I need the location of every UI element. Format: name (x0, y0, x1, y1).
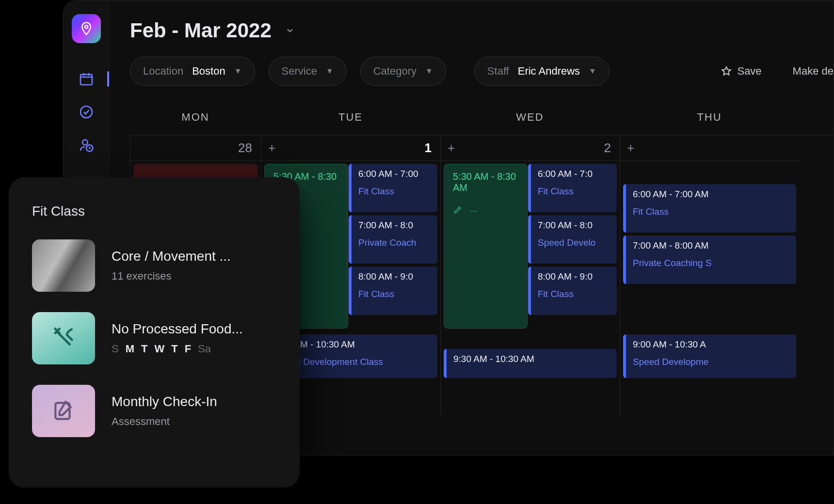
popover-title: Fit Class (32, 204, 276, 219)
popover-item-habit[interactable]: No Processed Food... SMTWTFSa (32, 312, 276, 364)
event-column: 6:00 AM - 7:00Fit Class 7:00 AM - 8:0Pri… (349, 164, 437, 315)
event-slot[interactable]: 8:00 AM - 9:0Fit Class (528, 267, 617, 315)
day-indicator: T (141, 343, 147, 355)
filter-category-label: Category (373, 65, 417, 78)
event-slot[interactable]: 9:00 AM - 10:30 ASpeed Developme (623, 334, 796, 378)
save-button[interactable]: Save (721, 65, 761, 78)
day-indicator: F (185, 343, 191, 355)
day-number: 1 (425, 141, 432, 156)
user-clock-icon (79, 137, 94, 153)
filter-category[interactable]: Category ▼ (360, 57, 446, 86)
save-button-label: Save (737, 65, 761, 78)
event-slot[interactable]: 9:30 AM - 10:30 AM (444, 349, 617, 378)
filter-staff-value: Eric Andrews (518, 65, 580, 78)
day-header-mon: MON (130, 105, 261, 135)
filter-location[interactable]: Location Boston ▼ (130, 57, 255, 86)
svg-rect-1 (80, 75, 92, 85)
chevron-down-icon: ▼ (589, 67, 596, 76)
filter-location-label: Location (143, 65, 183, 78)
day-header-thu: THU (620, 105, 799, 135)
chevron-down-icon[interactable] (285, 26, 295, 35)
sidebar-item-tasks[interactable] (64, 95, 109, 128)
filter-staff-label: Staff (487, 65, 509, 78)
sidebar-item-calendar[interactable] (64, 63, 109, 95)
svg-point-2 (80, 106, 92, 118)
chevron-down-icon: ▼ (234, 67, 242, 76)
event-column: 6:00 AM - 7:00 AMFit Class 7:00 AM - 8:0… (623, 184, 796, 284)
day-indicator: Sa (198, 343, 211, 355)
more-icon[interactable]: ··· (469, 205, 478, 216)
popover-item-title: Monthly Check-In (112, 394, 217, 410)
calendar-icon (79, 71, 94, 87)
popover-item-subtitle: 11 exercises (112, 270, 231, 283)
plus-icon[interactable]: + (627, 141, 634, 156)
filter-service-label: Service (282, 65, 317, 78)
filter-service[interactable]: Service ▼ (269, 57, 347, 86)
thumbnail-photo (32, 239, 95, 292)
edit-note-icon (51, 399, 76, 423)
utensils-icon (50, 325, 77, 352)
event-slot[interactable]: 7:00 AM - 8:0Private Coach (349, 215, 437, 264)
event-time: 5:30 AM - 8:30 AM (453, 171, 518, 193)
day-indicator: M (126, 343, 134, 355)
plus-icon[interactable]: + (448, 141, 455, 156)
fit-class-popover: Fit Class Core / Movement ... 11 exercis… (9, 177, 300, 488)
chevron-down-icon: ▼ (326, 67, 334, 76)
day-indicator: W (154, 343, 164, 355)
popover-item-subtitle: Assessment (112, 415, 217, 428)
sidebar-item-clients[interactable] (64, 128, 109, 161)
day-header-wed: WED (440, 105, 620, 135)
plus-icon[interactable]: + (268, 141, 275, 156)
day-indicator: T (171, 343, 177, 355)
svg-point-3 (82, 140, 88, 145)
popover-item-assessment[interactable]: Monthly Check-In Assessment (32, 385, 276, 437)
day-cell-thu: + 6:00 AM - 7:00 AMFit Class 7:00 AM - 8… (620, 136, 799, 417)
event-slot[interactable]: 6:00 AM - 7:00 AMFit Class (623, 184, 796, 233)
thumbnail-assessment (32, 385, 95, 437)
filter-location-value: Boston (192, 65, 225, 78)
pencil-icon[interactable] (453, 205, 463, 215)
event-block-green[interactable]: 5:30 AM - 8:30 AM ··· (444, 164, 528, 329)
check-circle-icon (79, 104, 94, 120)
chevron-down-icon: ▼ (425, 67, 433, 76)
make-default-button[interactable]: Make de (793, 65, 834, 78)
thumbnail-nutrition (32, 312, 95, 364)
event-slot[interactable]: 8:00 AM - 9:0Fit Class (349, 267, 437, 315)
event-slot[interactable]: 6:00 AM - 7:0Fit Class (528, 164, 617, 212)
popover-item-title: No Processed Food... (112, 321, 243, 337)
event-column: 6:00 AM - 7:0Fit Class 7:00 AM - 8:0Spee… (528, 164, 617, 315)
star-icon (721, 65, 732, 77)
day-indicator: S (112, 343, 119, 355)
day-number: 28 (238, 141, 252, 156)
popover-item-title: Core / Movement ... (112, 249, 231, 264)
event-slot[interactable]: 6:00 AM - 7:00Fit Class (349, 164, 437, 212)
event-slot[interactable]: 7:00 AM - 8:0Speed Develo (528, 215, 617, 264)
popover-item-workout[interactable]: Core / Movement ... 11 exercises (32, 239, 276, 292)
location-pin-icon (79, 21, 94, 36)
svg-point-0 (85, 25, 88, 28)
page-title: Feb - Mar 2022 (130, 19, 272, 42)
day-cell-wed: + 2 5:30 AM - 8:30 AM ··· 6:0 (440, 136, 620, 417)
app-logo[interactable] (72, 14, 101, 43)
event-slot[interactable]: 7:00 AM - 8:00 AMPrivate Coaching S (623, 236, 796, 284)
popover-item-days: SMTWTFSa (112, 343, 243, 355)
day-number: 2 (604, 141, 611, 156)
day-header-tue: TUE (261, 105, 440, 135)
filter-staff[interactable]: Staff Eric Andrews ▼ (474, 57, 609, 86)
